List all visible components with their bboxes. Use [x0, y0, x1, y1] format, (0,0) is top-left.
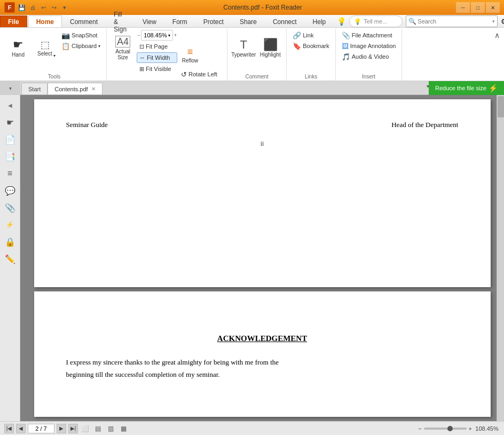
- actual-size-button[interactable]: A4 ActualSize: [110, 30, 136, 66]
- zoom-out-status-btn[interactable]: −: [418, 425, 421, 432]
- minimize-button[interactable]: ─: [456, 2, 470, 13]
- next-page-button[interactable]: ▶: [57, 424, 66, 433]
- typewriter-label: Typewriter: [231, 52, 256, 58]
- collapse-ribbon-button[interactable]: ∧: [494, 31, 500, 39]
- reduce-file-size-button[interactable]: Reduce the file size ⚡: [429, 81, 504, 95]
- ribbon-group-comment: T Typewriter ⬛ Highlight Comment: [227, 29, 287, 81]
- prev-page-button[interactable]: ◀: [16, 424, 26, 433]
- save-icon[interactable]: 💾: [17, 3, 27, 12]
- highlight-button[interactable]: ⬛ Highlight: [257, 30, 283, 66]
- tab-help[interactable]: Help: [305, 15, 334, 27]
- file-attachment-icon: 📎: [342, 31, 350, 39]
- typewriter-button[interactable]: T Typewriter: [231, 30, 256, 66]
- two-page-continuous-icon[interactable]: ▦: [119, 424, 128, 433]
- sidebar-edit-btn[interactable]: ✏️: [2, 251, 18, 267]
- first-page-button[interactable]: |◀: [4, 424, 14, 433]
- print-icon[interactable]: 🖨: [28, 3, 37, 12]
- title-bar-left: F 💾 🖨 ↩ ↪ ▾: [4, 2, 69, 13]
- single-page-icon[interactable]: ⬜: [80, 424, 90, 433]
- zoom-in-btn[interactable]: +: [174, 33, 177, 38]
- actual-size-icon: A4: [115, 36, 130, 48]
- sidebar-attachment-btn[interactable]: 📎: [2, 200, 18, 216]
- audio-video-button[interactable]: 🎵 Audio & Video: [339, 51, 399, 62]
- sidebar-comment-btn[interactable]: 💬: [2, 183, 18, 199]
- two-page-icon[interactable]: ▥: [106, 424, 115, 433]
- select-label: Select: [37, 51, 52, 57]
- fit-width-button[interactable]: ↔ Fit Width: [137, 52, 177, 63]
- fit-visible-button[interactable]: ⊞ Fit Visible: [137, 64, 177, 74]
- tab-view[interactable]: View: [135, 15, 164, 27]
- zoom-slider-thumb[interactable]: [447, 426, 453, 431]
- app-icon: F: [4, 2, 15, 13]
- hand-tool-button[interactable]: ☛ Hand: [5, 30, 31, 66]
- clipboard-dropdown[interactable]: ▾: [98, 44, 100, 49]
- reflow-button[interactable]: ≡ Reflow: [178, 42, 202, 68]
- sidebar-signature-btn[interactable]: ⚡: [2, 217, 18, 233]
- left-sidebar: ◀ ☛ 📄 📑 ≡ 💬 📎 ⚡ 🔒 ✏️: [0, 95, 20, 421]
- audio-video-label: Audio & Video: [352, 53, 389, 60]
- search-dropdown-icon[interactable]: ▾: [492, 19, 495, 24]
- redo-icon[interactable]: ↪: [49, 3, 59, 12]
- sidebar-layers-btn[interactable]: ≡: [2, 165, 18, 181]
- sidebar-security-btn[interactable]: 🔒: [2, 234, 18, 250]
- insert-group-label: Insert: [339, 73, 399, 80]
- tab-share[interactable]: Share: [232, 15, 265, 27]
- fit-page-button[interactable]: ⊡ Fit Page: [137, 41, 177, 52]
- zoom-in-status-btn[interactable]: +: [469, 425, 472, 432]
- continuous-page-icon[interactable]: ▤: [93, 424, 103, 433]
- vertical-scrollbar[interactable]: [497, 95, 504, 421]
- links-group-label: Links: [290, 73, 332, 80]
- zoom-slider[interactable]: [424, 428, 467, 430]
- tab-protect[interactable]: Protect: [195, 15, 232, 27]
- ack-text-line2: beginning till the successful completion…: [66, 370, 220, 378]
- link-button[interactable]: 🔗 Link: [290, 30, 332, 41]
- undo-icon[interactable]: ↩: [38, 3, 48, 12]
- sidebar-bookmark-btn[interactable]: 📑: [2, 148, 18, 164]
- tab-form[interactable]: Form: [164, 15, 195, 27]
- image-annotation-button[interactable]: 🖼 Image Annotation: [339, 41, 399, 51]
- tab-comment[interactable]: Comment: [62, 15, 106, 27]
- sidebar-hand-btn[interactable]: ☛: [2, 114, 18, 130]
- customize-icon[interactable]: ▾: [60, 3, 69, 12]
- file-attachment-button[interactable]: 📎 File Attachment: [339, 30, 399, 41]
- snapshot-clipboard-col: 📷 SnapShot 📋 Clipboard ▾: [59, 30, 103, 51]
- tab-connect[interactable]: Connect: [265, 15, 305, 27]
- bookmark-button[interactable]: 🔖 Bookmark: [290, 41, 332, 51]
- sidebar-page-btn[interactable]: 📄: [2, 131, 18, 147]
- zoom-percentage: 108.45%: [144, 32, 167, 38]
- tab-file[interactable]: File: [0, 15, 27, 27]
- close-button[interactable]: ✕: [486, 2, 500, 13]
- settings-icon[interactable]: ⚙: [501, 17, 504, 26]
- rotate-left-icon: ↺: [181, 70, 187, 78]
- tab-contents-pdf[interactable]: Contents.pdf ✕: [48, 83, 102, 94]
- page-number-input[interactable]: [28, 424, 54, 433]
- tab-home[interactable]: Home: [28, 15, 62, 27]
- tell-me-input[interactable]: 💡 Tell me...: [349, 15, 403, 27]
- zoom-out-btn[interactable]: −: [137, 33, 140, 38]
- scrollbar-thumb[interactable]: [498, 96, 504, 117]
- zoom-dropdown-arrow[interactable]: ▾: [168, 33, 170, 38]
- tab-start[interactable]: Start: [21, 83, 48, 94]
- maximize-button[interactable]: □: [471, 2, 485, 13]
- last-page-button[interactable]: ▶|: [68, 424, 78, 433]
- search-input[interactable]: [418, 18, 491, 25]
- search-icon: 🔍: [408, 18, 416, 25]
- new-tab-icon[interactable]: ▾: [9, 85, 12, 91]
- pdf-page-header: Seminar Guide Head of the Department: [66, 121, 459, 129]
- comment-group-label: Comment: [231, 73, 283, 80]
- snapshot-button[interactable]: 📷 SnapShot: [59, 30, 103, 41]
- select-tool-button[interactable]: ⬚ Select ▾: [32, 30, 58, 66]
- zoom-value-display[interactable]: 108.45% ▾: [141, 30, 172, 41]
- tab-contents-label: Contents.pdf: [54, 86, 88, 92]
- rotate-left-button[interactable]: ↺ Rotate Left: [178, 69, 224, 80]
- ack-text-line1: I express my sincere thanks to the great…: [66, 358, 279, 366]
- hand-icon: ☛: [13, 39, 23, 51]
- close-tab-icon[interactable]: ✕: [91, 86, 96, 92]
- lightbulb-icon: 💡: [337, 17, 346, 26]
- search-bar[interactable]: 🔍 ▾: [406, 15, 498, 27]
- sidebar-toggle-btn[interactable]: ◀: [2, 97, 18, 113]
- zoom-group: − 108.45% ▾ +: [137, 30, 177, 41]
- clipboard-button[interactable]: 📋 Clipboard ▾: [59, 41, 103, 51]
- tab-fill-sign[interactable]: Fill & Sign: [106, 15, 135, 27]
- link-label: Link: [303, 32, 313, 38]
